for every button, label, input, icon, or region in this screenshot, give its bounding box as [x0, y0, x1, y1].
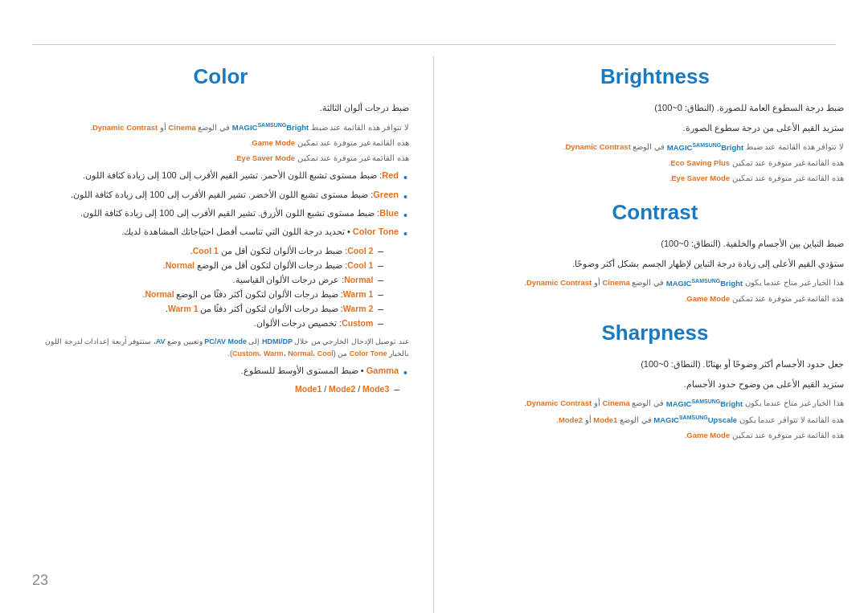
- color-title: Color: [32, 64, 409, 89]
- green-bullet: • Green: ضبط مستوى تشبع اللون الأخضر. تش…: [32, 190, 409, 204]
- gamma-bullet: • Gamma • ضبط المستوى الأوسط للسطوع.: [32, 366, 409, 380]
- contrast-note-2: هذه القائمة غير متوفرة عند تمكين Game Mo…: [466, 292, 844, 304]
- warm2-item: – Warm 2: ضبط درجات الألوان لتكون أكثر د…: [32, 304, 393, 315]
- brightness-note-1: لا تتوافر هذه القائمة عند ضبط MAGICSAMSU…: [466, 140, 844, 153]
- gamma-modes: – Mode1 / Mode2 / Mode3: [32, 384, 409, 395]
- footnote: عند توصيل الإدخال الخارجي من خلال HDMI/D…: [32, 336, 409, 359]
- warm1-item: – Warm 1: ضبط درجات الألوان لتكون أكثر د…: [32, 289, 393, 300]
- colortone-bullet: • Color Tone • تحديد درجة اللون التي تنا…: [32, 227, 409, 241]
- cool2-item: – Cool 2: ضبط درجات الألوان لتكون أقل من…: [32, 246, 393, 257]
- brightness-note-3: هذه القائمة غير متوفرة عند تمكين Eye Sav…: [466, 172, 844, 184]
- sharpness-title: Sharpness: [466, 321, 844, 345]
- normal-item: – Normal: عرض درجات الألوان القياسية.: [32, 275, 393, 286]
- color-intro: ضبط درجات ألوان الثالثة.: [32, 100, 409, 116]
- contrast-section: Contrast ضبط التباين بين الأجسام والخلفي…: [466, 200, 844, 304]
- color-section: Color ضبط درجات ألوان الثالثة. لا تتوافر…: [0, 56, 434, 613]
- sharpness-intro: جعل حدود الأجسام أكثر وضوحًا أو بهتانًا.…: [466, 357, 844, 372]
- contrast-note-1: هذا الخيار غير متاح عندما يكون MAGICSAMS…: [466, 276, 844, 288]
- color-note-3: هذه القائمة غير متوفرة عند تمكين Eye Sav…: [32, 152, 409, 164]
- top-divider: [32, 44, 836, 45]
- brightness-title: Brightness: [466, 64, 844, 89]
- color-note-2: هذه القائمة غير متوفرة عند تمكين Game Mo…: [32, 137, 409, 149]
- color-note-1: لا تتوافر هذه القائمة عند ضبط MAGICSAMSU…: [32, 121, 409, 133]
- custom-item: – Custom: تخصيص درجات الألوان.: [32, 318, 393, 329]
- page-number: 23: [32, 572, 48, 589]
- sharpness-note-2: هذه القائمة لا تتوافر عندما يكون MAGICSA…: [466, 413, 844, 426]
- brightness-section: Brightness ضبط درجة السطوع العامة للصورة…: [466, 64, 844, 184]
- contrast-title: Contrast: [466, 200, 844, 225]
- contrast-sub: ستؤدي القيم الأعلى إلى زيادة درجة التباي…: [466, 256, 844, 272]
- sharpness-note-3: هذه القائمة غير متوفرة عند تمكين Game Mo…: [466, 429, 844, 441]
- brightness-note-2: هذه القائمة غير متوفرة عند تمكين Eco Sav…: [466, 157, 844, 169]
- right-sections: Brightness ضبط درجة السطوع العامة للصورة…: [434, 56, 868, 613]
- blue-bullet: • Blue: ضبط مستوى تشبع اللون الأزرق. تشي…: [32, 208, 409, 223]
- brightness-intro: ضبط درجة السطوع العامة للصورة. (النطاق: …: [466, 100, 844, 116]
- sharpness-sub: ستزيد القيم الأعلى من وضوح حدود الأجسام.: [466, 377, 844, 392]
- sharpness-section: Sharpness جعل حدود الأجسام أكثر وضوحًا أ…: [466, 321, 844, 441]
- gamma-section: • Gamma • ضبط المستوى الأوسط للسطوع. – M…: [32, 366, 409, 395]
- sharpness-note-1: هذا الخيار غير متاح عندما يكون MAGICSAMS…: [466, 396, 844, 409]
- contrast-intro: ضبط التباين بين الأجسام والخلفية. (النطا…: [466, 236, 844, 251]
- red-bullet: • Red: ضبط مستوى تشبع اللون الأحمر. تشير…: [32, 170, 409, 185]
- cool1-item: – Cool 1: ضبط درجات الألوان لتكون أقل من…: [32, 260, 393, 272]
- brightness-sub: ستزيد القيم الأعلى من درجة سطوع الصورة.: [466, 121, 844, 136]
